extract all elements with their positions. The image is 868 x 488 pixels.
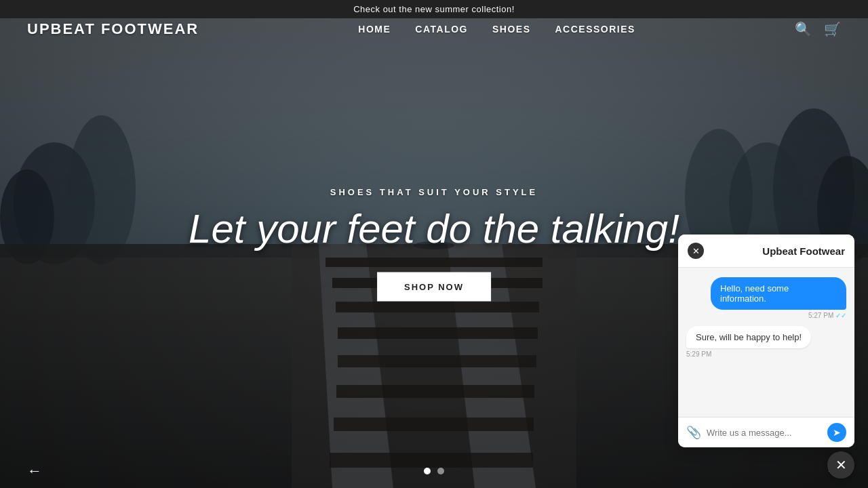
close-icon: ✕ <box>692 246 700 256</box>
shop-now-button[interactable]: SHOP NOW <box>377 272 491 302</box>
hero-subtitle: SHOES THAT SUIT YOUR STYLE <box>189 187 679 197</box>
header-icons: 🔍 🛒 <box>795 21 841 37</box>
chat-title: Upbeat Footwear <box>762 245 845 257</box>
chat-input-area: 📎 ➤ <box>678 417 854 447</box>
carousel-dot-1[interactable] <box>424 468 431 474</box>
message-bubble-sent: Hello, need some information. <box>711 277 846 310</box>
hero-section: Check out the new summer collection! UPB… <box>0 0 868 488</box>
message-bubble-received: Sure, will be happy to help! <box>686 326 811 348</box>
chat-close-float-button[interactable]: ✕ <box>827 451 854 479</box>
carousel-dot-2[interactable] <box>437 468 444 474</box>
chat-header: ✕ Upbeat Footwear <box>678 235 854 268</box>
chat-widget: ✕ Upbeat Footwear Hello, need some infor… <box>678 235 854 447</box>
carousel-dots <box>424 468 444 474</box>
read-receipt-icon: ✓✓ <box>835 312 846 319</box>
carousel-arrow-left[interactable]: ← <box>27 462 42 480</box>
message-time-received: 5:29 PM <box>686 350 711 358</box>
chat-header-close-button[interactable]: ✕ <box>688 243 704 259</box>
cart-icon[interactable]: 🛒 <box>824 21 841 37</box>
message-time-sent: 5:27 PM ✓✓ <box>808 312 846 319</box>
nav-home[interactable]: HOME <box>358 24 391 35</box>
site-header: UPBEAT FOOTWEAR HOME CATALOG SHOES ACCES… <box>0 20 868 38</box>
nav-accessories[interactable]: ACCESSORIES <box>555 24 635 35</box>
chat-message-input[interactable] <box>707 428 822 438</box>
nav-catalog[interactable]: CATALOG <box>415 24 468 35</box>
message-text-received: Sure, will be happy to help! <box>696 332 802 342</box>
announcement-text: Check out the new summer collection! <box>353 4 515 14</box>
message-received-1: Sure, will be happy to help! 5:29 PM <box>686 326 846 358</box>
site-logo[interactable]: UPBEAT FOOTWEAR <box>27 20 199 38</box>
attach-icon[interactable]: 📎 <box>686 425 701 440</box>
message-sent-1: Hello, need some information. 5:27 PM ✓✓ <box>686 277 846 319</box>
hero-title: Let your feet do the talking! <box>189 205 679 252</box>
search-icon[interactable]: 🔍 <box>795 21 812 37</box>
main-nav: HOME CATALOG SHOES ACCESSORIES <box>358 24 635 35</box>
nav-shoes[interactable]: SHOES <box>492 24 531 35</box>
chat-send-button[interactable]: ➤ <box>827 423 846 442</box>
chat-messages: Hello, need some information. 5:27 PM ✓✓… <box>678 268 854 417</box>
send-icon: ➤ <box>833 427 841 438</box>
announcement-bar: Check out the new summer collection! <box>0 0 868 18</box>
hero-content: SHOES THAT SUIT YOUR STYLE Let your feet… <box>189 187 679 302</box>
close-float-icon: ✕ <box>835 457 847 473</box>
message-text-sent: Hello, need some information. <box>720 283 789 304</box>
